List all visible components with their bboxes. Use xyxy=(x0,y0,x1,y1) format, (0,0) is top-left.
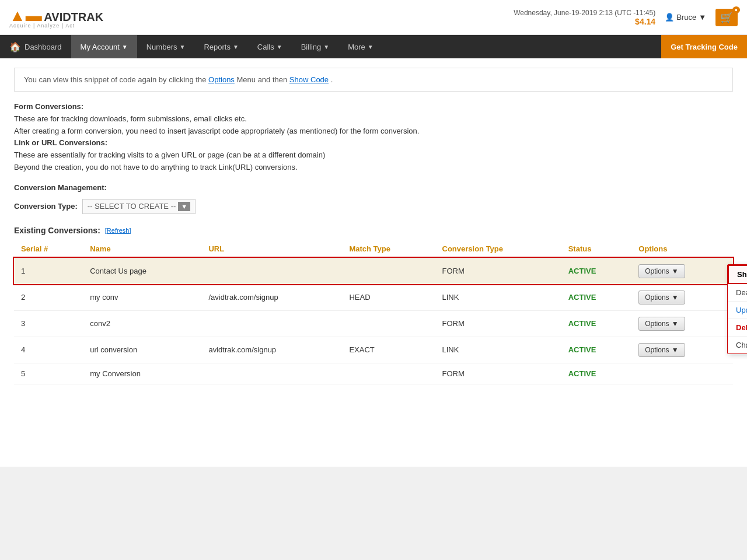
col-options: Options xyxy=(631,240,733,258)
cell-serial: 2 xyxy=(14,284,83,310)
table-row: 2my conv/avidtrak.com/signupHEADLINKACTI… xyxy=(14,284,733,310)
menu-show-code[interactable]: Show Code xyxy=(728,265,747,284)
status-badge: ACTIVE xyxy=(568,369,596,378)
options-button[interactable]: Options ▼ xyxy=(638,290,685,304)
logo: ▲▬ AVIDTRAK Acquire | Analyze | Act xyxy=(9,6,103,29)
cell-options: Options ▼ xyxy=(631,258,733,284)
table-header: Serial # Name URL Match Type Conversion … xyxy=(14,240,733,258)
cell-serial: 4 xyxy=(14,337,83,363)
form-conversions-desc2: After creating a form conversion, you ne… xyxy=(14,127,419,135)
cell-name: my Conversion xyxy=(83,363,201,384)
link-conversions-desc1: These are essentially for tracking visit… xyxy=(14,150,325,159)
cell-url xyxy=(201,310,342,337)
cell-match-type: HEAD xyxy=(342,284,435,310)
form-conversions-title: Form Conversions: xyxy=(14,102,83,111)
user-name: Bruce xyxy=(676,13,696,22)
info-text-2: Menu and then xyxy=(237,75,289,84)
table-row: 5my ConversionFORMACTIVE xyxy=(14,363,733,384)
nav-reports[interactable]: Reports ▼ xyxy=(194,35,247,58)
menu-update[interactable]: Update xyxy=(728,302,747,319)
refresh-link[interactable]: [Refresh] xyxy=(105,227,131,234)
cell-name: my conv xyxy=(83,284,201,310)
nav-more[interactable]: More ▼ xyxy=(338,35,383,58)
cell-url: avidtrak.com/signup xyxy=(201,337,342,363)
cell-match-type xyxy=(342,310,435,337)
nav-billing[interactable]: Billing ▼ xyxy=(292,35,339,58)
dropdown-popup: Show Code Deactivate Update Delete Chang… xyxy=(727,264,747,354)
header-cart[interactable]: 🛒 ● xyxy=(715,9,738,26)
col-url: URL xyxy=(201,240,342,258)
nav-calls-caret: ▼ xyxy=(277,44,282,50)
cell-serial: 3 xyxy=(14,310,83,337)
info-bar: You can view this snippet of code again … xyxy=(14,68,733,92)
nav-more-caret: ▼ xyxy=(368,44,374,50)
nav-reports-label: Reports xyxy=(204,43,231,51)
cell-serial: 1 xyxy=(14,258,83,284)
nav-billing-caret: ▼ xyxy=(323,44,329,50)
cell-status: ACTIVE xyxy=(561,310,632,337)
menu-delete[interactable]: Delete xyxy=(728,319,747,337)
col-match-type: Match Type xyxy=(342,240,435,258)
options-button[interactable]: Options ▼ xyxy=(638,317,685,331)
info-text-1: You can view this snippet of code again … xyxy=(24,75,208,84)
header-balance: $4.14 xyxy=(514,17,655,26)
options-caret: ▼ xyxy=(672,320,679,328)
user-icon: 👤 xyxy=(665,13,674,22)
logo-brand: AVIDTRAK xyxy=(44,10,103,23)
header-datetime: Wednesday, June-19-2019 2:13 (UTC -11:45… xyxy=(514,9,655,26)
options-button[interactable]: Options ▼ xyxy=(638,264,685,278)
header-user[interactable]: 👤 Bruce ▼ xyxy=(665,13,706,22)
existing-conversions-header: Existing Conversions: [Refresh] xyxy=(14,226,733,235)
form-conversions-desc1: These are for tracking downloads, form s… xyxy=(14,114,247,123)
options-caret: ▼ xyxy=(672,346,679,354)
menu-change-analytics[interactable]: Change Analytics Setting xyxy=(728,337,747,354)
table-body: 1Contact Us pageFORMACTIVEOptions ▼2my c… xyxy=(14,258,733,384)
cell-conversion-type: LINK xyxy=(435,284,561,310)
status-badge: ACTIVE xyxy=(568,319,596,328)
options-link[interactable]: Options xyxy=(208,75,235,84)
menu-deactivate[interactable]: Deactivate xyxy=(728,284,747,302)
header-right: Wednesday, June-19-2019 2:13 (UTC -11:45… xyxy=(514,9,738,26)
cell-status: ACTIVE xyxy=(561,258,632,284)
link-conversions-title: Link or URL Conversions: xyxy=(14,138,107,147)
cell-serial: 5 xyxy=(14,363,83,384)
options-button[interactable]: Options ▼ xyxy=(638,343,685,357)
get-tracking-code-button[interactable]: Get Tracking Code xyxy=(661,35,747,58)
show-code-link[interactable]: Show Code xyxy=(289,75,329,84)
nav-numbers-label: Numbers xyxy=(146,43,177,51)
cell-match-type xyxy=(342,258,435,284)
nav-reports-caret: ▼ xyxy=(233,44,239,50)
cell-status: ACTIVE xyxy=(561,337,632,363)
cell-conversion-type: FORM xyxy=(435,363,561,384)
nav-calls-label: Calls xyxy=(257,43,274,51)
nav-numbers[interactable]: Numbers ▼ xyxy=(137,35,195,58)
cell-options xyxy=(631,363,733,384)
col-name: Name xyxy=(83,240,201,258)
cart-badge: ● xyxy=(732,6,740,13)
main-content: You can view this snippet of code again … xyxy=(0,58,747,467)
cell-name: conv2 xyxy=(83,310,201,337)
cell-options: Options ▼ xyxy=(631,310,733,337)
col-serial: Serial # xyxy=(14,240,83,258)
cell-name: Contact Us page xyxy=(83,258,201,284)
col-status: Status xyxy=(561,240,632,258)
cell-options: Options ▼ xyxy=(631,284,733,310)
link-conversions-desc2: Beyond the creation, you do not have to … xyxy=(14,163,298,172)
nav-numbers-caret: ▼ xyxy=(179,44,185,50)
nav-my-account-caret: ▼ xyxy=(122,44,128,50)
nav-dashboard[interactable]: 🏠 Dashboard xyxy=(0,35,71,58)
nav-my-account[interactable]: My Account ▼ xyxy=(71,35,137,58)
nav-bar: 🏠 Dashboard My Account ▼ Numbers ▼ Repor… xyxy=(0,35,747,58)
cell-url xyxy=(201,363,342,384)
dashboard-icon: 🏠 xyxy=(9,41,21,52)
cell-name: url conversion xyxy=(83,337,201,363)
cell-match-type xyxy=(342,363,435,384)
logo-tagline: Acquire | Analyze | Act xyxy=(9,23,103,29)
cell-conversion-type: FORM xyxy=(435,310,561,337)
cell-conversion-type: FORM xyxy=(435,258,561,284)
top-header: ▲▬ AVIDTRAK Acquire | Analyze | Act Wedn… xyxy=(0,0,747,35)
nav-calls[interactable]: Calls ▼ xyxy=(248,35,292,58)
conversion-type-select[interactable]: -- SELECT TO CREATE -- ▼ xyxy=(82,199,196,214)
cell-status: ACTIVE xyxy=(561,284,632,310)
nav-more-label: More xyxy=(348,43,365,51)
